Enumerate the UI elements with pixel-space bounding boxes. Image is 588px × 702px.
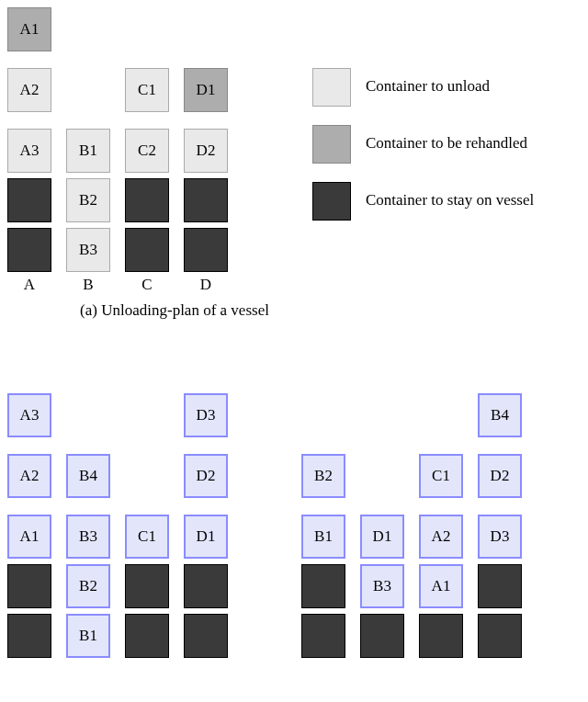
col-label-c: C [125,276,169,294]
col-label-a: A [7,276,51,294]
yardr-stay [301,564,345,608]
cell-label: C1 [138,527,156,546]
yardr-a1: A1 [419,564,463,608]
vessel-stay [125,228,169,272]
vessel-c2: C2 [125,129,169,173]
cell-label: D3 [197,406,216,425]
cell-label: D2 [491,467,510,485]
yardr-d1: D1 [360,515,404,559]
yardr-stay [301,614,345,658]
legend-label-rehandle: Container to be rehandled [366,134,527,153]
cell-label: D1 [373,527,392,546]
cell-label: B1 [314,527,333,546]
cell-label: B1 [79,142,97,160]
vessel-a1: A1 [7,7,51,51]
diagram-canvas: A1 A2 C1 D1 A3 B1 C2 D2 B2 B3 A B C D Co… [0,0,588,702]
cell-label: B3 [373,577,391,595]
cell-label: C1 [138,81,156,99]
legend-swatch-rehandle [312,125,351,164]
yardr-stay [478,614,522,658]
vessel-stay [125,178,169,222]
cell-label: A2 [20,467,40,485]
yardl-stay [125,614,169,658]
col-label-d: D [184,276,228,294]
vessel-stay [7,178,51,222]
cell-label: D2 [197,142,216,160]
yardl-c1: C1 [125,515,169,559]
cell-label: C2 [138,142,156,160]
yardl-d3: D3 [184,393,228,437]
vessel-a2: A2 [7,68,51,112]
cell-label: D1 [197,81,216,99]
cell-label: A3 [20,406,40,425]
yardr-stay [478,564,522,608]
cell-label: A1 [20,527,40,546]
legend-label-unload: Container to unload [366,77,490,96]
cell-label: B2 [79,191,97,209]
vessel-d1: D1 [184,68,228,112]
cell-label: A2 [432,527,451,546]
yardl-b2: B2 [66,564,110,608]
yardr-d2: D2 [478,454,522,498]
yardl-a1: A1 [7,515,51,559]
vessel-a3: A3 [7,129,51,173]
cell-label: B3 [79,527,97,546]
cell-label: B1 [79,627,97,645]
vessel-b3: B3 [66,228,110,272]
cell-label: B2 [314,467,333,485]
legend-swatch-stay [312,182,351,221]
yardr-d3: D3 [478,515,522,559]
yardl-stay [7,614,51,658]
yardl-b4: B4 [66,454,110,498]
yardl-b1: B1 [66,614,110,658]
cell-label: D1 [197,527,216,546]
yardr-b3: B3 [360,564,404,608]
cell-label: B3 [79,241,97,259]
cell-label: D2 [197,467,216,485]
cell-label: A1 [432,577,451,595]
yardr-a2: A2 [419,515,463,559]
yardl-stay [7,564,51,608]
legend-swatch-unload [312,68,351,107]
cell-label: D3 [491,527,510,546]
yardr-stay [419,614,463,658]
yardr-stay [360,614,404,658]
cell-label: A2 [20,81,40,99]
col-label-b: B [66,276,110,294]
vessel-b1: B1 [66,129,110,173]
yardr-c1: C1 [419,454,463,498]
yardr-b4: B4 [478,393,522,437]
yardl-a3: A3 [7,393,51,437]
cell-label: B2 [79,577,97,595]
cell-label: C1 [432,467,450,485]
caption-a: (a) Unloading-plan of a vessel [0,301,349,320]
yardr-b2: B2 [301,454,345,498]
vessel-b2: B2 [66,178,110,222]
vessel-d2: D2 [184,129,228,173]
yardl-stay [184,614,228,658]
legend-label-stay: Container to stay on vessel [366,191,534,209]
yardl-d1: D1 [184,515,228,559]
cell-label: A3 [20,142,40,160]
yardl-d2: D2 [184,454,228,498]
vessel-stay [7,228,51,272]
vessel-stay [184,178,228,222]
vessel-c1: C1 [125,68,169,112]
yardl-b3: B3 [66,515,110,559]
vessel-stay [184,228,228,272]
cell-label: A1 [20,20,40,39]
cell-label: B4 [79,467,97,485]
yardl-stay [125,564,169,608]
yardl-a2: A2 [7,454,51,498]
yardl-stay [184,564,228,608]
yardr-b1: B1 [301,515,345,559]
cell-label: B4 [491,406,509,425]
